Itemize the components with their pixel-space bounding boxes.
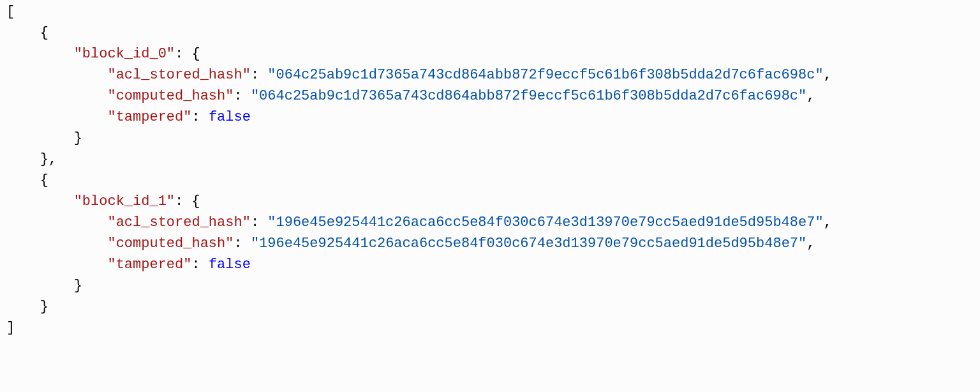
json-prop: "block_id_0": { [6,43,974,64]
object-close: } [6,275,974,296]
object-close: }, [6,149,974,170]
json-prop: "acl_stored_hash": "064c25ab9c1d7365a743… [6,64,974,86]
bool-value: false [209,257,251,273]
json-prop: "tampered": false [6,254,974,275]
json-prop: "computed_hash": "196e45e925441c26aca6cc… [6,233,974,254]
bool-value: false [209,109,251,125]
block-key: block_id_0 [82,46,167,62]
object-close: } [6,128,974,149]
json-prop: "tampered": false [6,107,974,128]
hash-value: 064c25ab9c1d7365a743cd864abb872f9eccf5c6… [259,88,798,104]
json-prop: "block_id_1": { [6,191,974,212]
hash-value: 196e45e925441c26aca6cc5e84f030c674e3d139… [259,236,798,252]
block-key: block_id_1 [82,193,167,209]
array-close: ] [6,317,974,338]
object-open: { [6,22,974,43]
json-prop: "acl_stored_hash": "196e45e925441c26aca6… [6,212,974,233]
array-open: [ [6,1,974,22]
hash-value: 064c25ab9c1d7365a743cd864abb872f9eccf5c6… [276,67,815,83]
object-close: } [6,296,974,317]
hash-value: 196e45e925441c26aca6cc5e84f030c674e3d139… [276,215,815,230]
object-open: { [6,170,974,191]
json-output[interactable]: [ { "block_id_0": { "acl_stored_hash": "… [0,0,980,340]
json-prop: "computed_hash": "064c25ab9c1d7365a743cd… [6,86,974,107]
